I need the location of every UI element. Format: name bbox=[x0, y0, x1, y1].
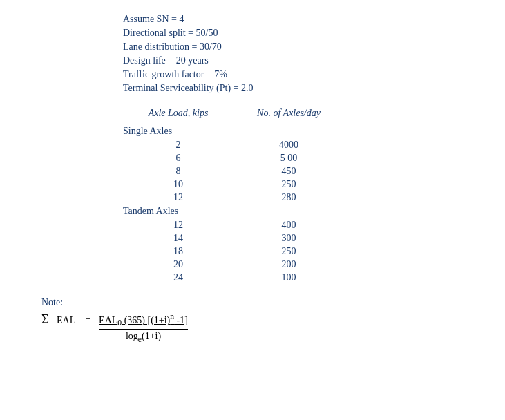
superscript-n: n bbox=[170, 312, 174, 321]
axle-load-value: 14 bbox=[123, 233, 234, 244]
axle-load-value: 18 bbox=[123, 246, 234, 257]
subscript-e: e bbox=[138, 335, 142, 344]
terminal-serviceability: Terminal Serviceability (Pt) = 2.0 bbox=[123, 83, 484, 94]
axle-load-value: 12 bbox=[123, 220, 234, 231]
table-row: 14 300 bbox=[123, 233, 484, 244]
axle-num-value: 250 bbox=[234, 179, 344, 190]
assumptions-section: Assume SN = 4 Directional split = 50/50 … bbox=[123, 14, 484, 94]
header-num-axles: No. of Axles/day bbox=[234, 108, 344, 119]
header-axle-load: Axle Load, kips bbox=[123, 108, 234, 119]
axle-load-value: 24 bbox=[123, 272, 234, 283]
single-axles-label: Single Axles bbox=[123, 126, 484, 137]
traffic-growth: Traffic growth factor = 7% bbox=[123, 69, 484, 80]
eal-label: EAL bbox=[54, 315, 77, 326]
axle-num-value: 4000 bbox=[234, 140, 344, 151]
axle-load-value: 20 bbox=[123, 259, 234, 270]
axle-num-value: 250 bbox=[234, 246, 344, 257]
note-label: Note: bbox=[41, 297, 484, 308]
axle-load-value: 6 bbox=[123, 153, 234, 164]
design-life: Design life = 20 years bbox=[123, 55, 484, 66]
axle-num-value: 5 00 bbox=[234, 153, 344, 164]
lane-distribution: Lane distribution = 30/70 bbox=[123, 41, 484, 52]
subscript-0: 0 bbox=[117, 319, 122, 328]
axle-load-value: 12 bbox=[123, 192, 234, 203]
axle-table: Axle Load, kips No. of Axles/day Single … bbox=[123, 108, 484, 283]
table-row: 12 280 bbox=[123, 192, 484, 203]
axle-num-value: 200 bbox=[234, 259, 344, 270]
table-row: 10 250 bbox=[123, 179, 484, 190]
table-row: 12 400 bbox=[123, 220, 484, 231]
axle-num-value: 280 bbox=[234, 192, 344, 203]
formula-denominator: loge(1+i) bbox=[126, 330, 161, 344]
table-row: 18 250 bbox=[123, 246, 484, 257]
tandem-axles-label: Tandem Axles bbox=[123, 206, 484, 217]
axle-num-value: 300 bbox=[234, 233, 344, 244]
table-row: 8 450 bbox=[123, 166, 484, 177]
table-row: 2 4000 bbox=[123, 140, 484, 151]
equals-sign: = bbox=[83, 315, 93, 326]
axle-load-value: 8 bbox=[123, 166, 234, 177]
axle-load-value: 10 bbox=[123, 179, 234, 190]
table-row: 20 200 bbox=[123, 259, 484, 270]
note-section: Note: Σ EAL = EAL0 (365) [(1+i)n -1] log… bbox=[41, 297, 484, 344]
table-row: 6 5 00 bbox=[123, 153, 484, 164]
axle-load-value: 2 bbox=[123, 140, 234, 151]
table-row: 24 100 bbox=[123, 272, 484, 283]
table-header: Axle Load, kips No. of Axles/day bbox=[123, 108, 484, 119]
axle-num-value: 400 bbox=[234, 220, 344, 231]
axle-num-value: 100 bbox=[234, 272, 344, 283]
directional-split: Directional split = 50/50 bbox=[123, 28, 484, 39]
axle-num-value: 450 bbox=[234, 166, 344, 177]
formula-fraction: EAL0 (365) [(1+i)n -1] loge(1+i) bbox=[99, 312, 188, 343]
formula-main: Σ EAL = EAL0 (365) [(1+i)n -1] loge(1+i) bbox=[41, 312, 484, 344]
sigma-symbol: Σ bbox=[41, 312, 48, 327]
formula-numerator: EAL0 (365) [(1+i)n -1] bbox=[99, 312, 188, 329]
assume-sn: Assume SN = 4 bbox=[123, 14, 484, 25]
